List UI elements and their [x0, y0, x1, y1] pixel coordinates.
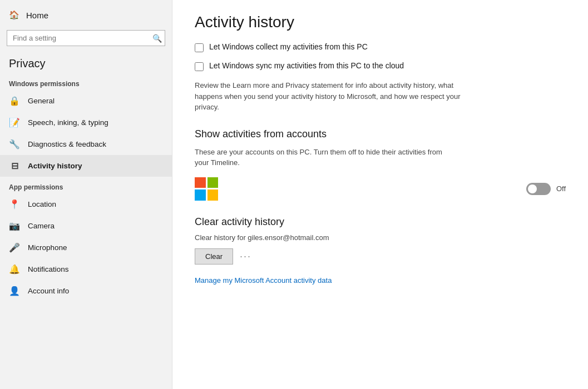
manage-link[interactable]: Manage my Microsoft Account activity dat… [195, 276, 332, 285]
sidebar-item-label: Location [28, 200, 56, 208]
search-button[interactable]: 🔍 [152, 34, 162, 43]
microphone-icon: 🎤 [9, 242, 20, 253]
activity-icon: ⊟ [9, 161, 20, 171]
sidebar-item-location[interactable]: 📍 Location [0, 193, 172, 215]
location-icon: 📍 [9, 199, 20, 210]
notifications-icon: 🔔 [9, 264, 20, 275]
camera-icon: 📷 [9, 221, 20, 231]
toggle-label: Off [556, 184, 566, 193]
ms-logo-green [207, 177, 219, 188]
clear-description: Clear history for giles.ensor@hotmail.co… [195, 233, 566, 242]
lock-icon: 🔒 [9, 96, 20, 106]
speech-icon: 📝 [9, 117, 20, 128]
sidebar-item-diagnostics[interactable]: 🔧 Diagnostics & feedback [0, 133, 172, 155]
clear-title: Clear activity history [195, 216, 566, 228]
windows-permissions-label: Windows permissions [0, 73, 172, 90]
microsoft-logo [195, 177, 218, 201]
accounts-description: These are your accounts on this PC. Turn… [195, 147, 445, 168]
sync-checkbox[interactable] [195, 62, 204, 71]
home-label: Home [26, 11, 48, 20]
ms-logo-blue [195, 189, 206, 201]
collect-checkbox-row: Let Windows collect my activities from t… [195, 42, 566, 52]
toggle-knob [528, 184, 537, 193]
search-box: 🔍 [7, 30, 165, 46]
toggle-container: Off [526, 183, 566, 195]
sidebar-item-camera[interactable]: 📷 Camera [0, 215, 172, 237]
diagnostics-icon: 🔧 [9, 139, 20, 149]
show-accounts-title: Show activities from accounts [195, 128, 566, 140]
collect-checkbox[interactable] [195, 43, 204, 52]
app-permissions-label: App permissions [0, 177, 172, 193]
loading-dots: ··· [240, 251, 251, 262]
sidebar-item-notifications[interactable]: 🔔 Notifications [0, 258, 172, 280]
sidebar-item-label: Camera [28, 222, 55, 230]
sync-checkbox-row: Let Windows sync my activities from this… [195, 61, 566, 71]
account-icon: 👤 [9, 286, 20, 296]
ms-logo-yellow [207, 189, 219, 201]
sidebar-item-label: General [28, 97, 55, 105]
activity-description: Review the Learn more and Privacy statem… [195, 80, 462, 113]
search-input[interactable] [7, 30, 165, 46]
account-toggle[interactable] [526, 183, 551, 195]
privacy-heading: Privacy [0, 53, 172, 73]
sidebar-item-label: Microphone [28, 243, 67, 252]
sidebar: 🏠 Home 🔍 Privacy Windows permissions 🔒 G… [0, 0, 172, 389]
sidebar-item-label: Notifications [28, 265, 69, 273]
ms-logo-red [195, 177, 206, 188]
sidebar-item-general[interactable]: 🔒 General [0, 90, 172, 112]
sidebar-home[interactable]: 🏠 Home [0, 4, 172, 26]
sidebar-item-label: Speech, inking, & typing [28, 118, 108, 127]
page-title: Activity history [195, 13, 566, 31]
accounts-row: Off [195, 177, 566, 201]
sidebar-item-microphone[interactable]: 🎤 Microphone [0, 237, 172, 258]
sidebar-item-speech[interactable]: 📝 Speech, inking, & typing [0, 112, 172, 133]
collect-label[interactable]: Let Windows collect my activities from t… [209, 42, 368, 51]
sidebar-item-label: Account info [28, 287, 69, 295]
sidebar-item-label: Diagnostics & feedback [28, 140, 106, 148]
clear-row: Clear ··· [195, 248, 566, 265]
home-icon: 🏠 [9, 10, 19, 20]
sidebar-item-activity[interactable]: ⊟ Activity history [0, 155, 172, 177]
main-content: Activity history Let Windows collect my … [172, 0, 588, 389]
clear-button[interactable]: Clear [195, 248, 233, 265]
sidebar-item-account[interactable]: 👤 Account info [0, 280, 172, 302]
sidebar-item-label: Activity history [28, 162, 82, 170]
sync-label[interactable]: Let Windows sync my activities from this… [209, 61, 404, 70]
